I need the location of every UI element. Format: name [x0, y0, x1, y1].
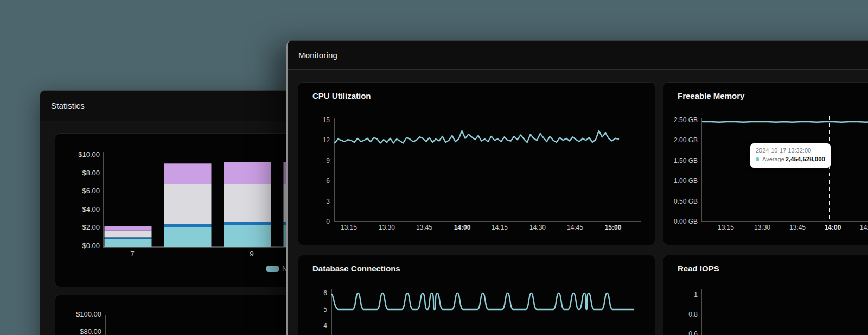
legend-swatch[interactable]: [266, 266, 279, 272]
chart-tooltip: 2024-10-17 13:32:00 Average 2,454,528,00…: [750, 143, 831, 168]
svg-text:6: 6: [326, 177, 330, 185]
svg-text:13:30: 13:30: [379, 224, 395, 231]
svg-text:0.00 GB: 0.00 GB: [674, 218, 698, 225]
svg-text:13:15: 13:15: [718, 224, 734, 231]
svg-text:15:00: 15:00: [605, 224, 622, 231]
panel-freeable-memory: Freeable Memory 2.50 GB2.00 GB1.50 GB1.0…: [663, 82, 868, 245]
svg-text:12: 12: [323, 136, 330, 144]
svg-text:14:00: 14:00: [825, 224, 841, 231]
svg-text:0.50 GB: 0.50 GB: [674, 198, 698, 205]
svg-text:$4.00: $4.00: [82, 205, 100, 213]
svg-text:15: 15: [323, 116, 330, 124]
svg-text:14:45: 14:45: [567, 224, 583, 231]
statistics-window-title: Statistics: [40, 101, 85, 110]
svg-text:$100.00: $100.00: [76, 310, 101, 318]
iops-chart-title: Read IOPS: [678, 264, 719, 273]
svg-text:$0.00: $0.00: [82, 242, 100, 250]
tooltip-series-label: Average: [762, 156, 784, 162]
svg-text:9: 9: [250, 250, 254, 258]
panel-cpu-utilization: CPU Utilization 1512963013:1513:3013:451…: [298, 82, 655, 245]
svg-text:0: 0: [326, 218, 330, 225]
svg-text:$2.00: $2.00: [82, 223, 100, 231]
svg-text:1.50 GB: 1.50 GB: [674, 157, 698, 165]
svg-text:7: 7: [130, 250, 135, 258]
svg-text:2.50 GB: 2.50 GB: [674, 116, 698, 124]
svg-text:14:30: 14:30: [529, 224, 546, 231]
tooltip-value: 2,454,528,000: [785, 156, 825, 162]
svg-text:5: 5: [323, 306, 327, 313]
svg-text:0.8: 0.8: [688, 311, 698, 318]
svg-text:1.00 GB: 1.00 GB: [674, 177, 698, 185]
db-chart-title: Database Connections: [312, 264, 400, 273]
series-dot-icon: [756, 157, 760, 161]
svg-text:14:15: 14:15: [860, 224, 868, 231]
panel-read-iops: Read IOPS 10.80.6: [663, 255, 868, 335]
svg-text:14:15: 14:15: [492, 224, 508, 231]
svg-text:13:15: 13:15: [341, 224, 357, 231]
svg-text:13:30: 13:30: [754, 224, 770, 231]
panel-database-connections: Database Connections 654: [298, 255, 655, 335]
svg-text:14:00: 14:00: [454, 224, 471, 231]
svg-text:13:45: 13:45: [416, 224, 432, 231]
svg-text:0.6: 0.6: [688, 330, 698, 335]
cpu-chart-title: CPU Utilization: [312, 91, 371, 100]
svg-text:2.00 GB: 2.00 GB: [674, 136, 698, 144]
monitoring-window-title: Monitoring: [288, 50, 337, 60]
tooltip-timestamp: 2024-10-17 13:32:00: [756, 147, 825, 154]
svg-text:$8.00: $8.00: [82, 169, 100, 177]
monitoring-window: Monitoring CPU Utilization 1512963013:15…: [286, 40, 868, 335]
svg-text:$80.00: $80.00: [80, 327, 101, 335]
svg-text:$10.00: $10.00: [78, 150, 100, 159]
cpu-chart-canvas[interactable]: 1512963013:1513:3013:4514:0014:1514:3014…: [298, 83, 655, 245]
svg-text:6: 6: [323, 289, 327, 297]
svg-text:$6.00: $6.00: [82, 187, 100, 195]
svg-text:9: 9: [326, 157, 330, 165]
desktop: { "desktop": { "background_color": "#4d6…: [0, 0, 868, 335]
svg-text:13:45: 13:45: [789, 224, 806, 231]
svg-text:1: 1: [694, 291, 698, 299]
svg-text:3: 3: [326, 198, 330, 205]
svg-text:4: 4: [323, 322, 327, 330]
monitoring-titlebar[interactable]: Monitoring: [288, 41, 868, 70]
memory-chart-title: Freeable Memory: [678, 91, 744, 100]
